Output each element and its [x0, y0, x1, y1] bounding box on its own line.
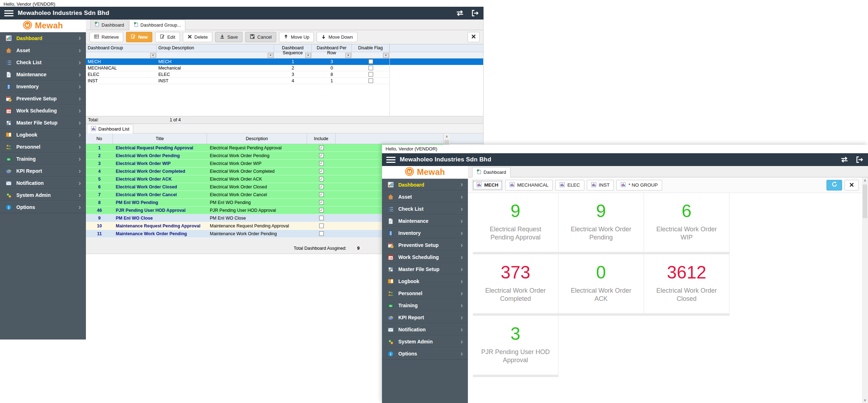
swap-user-icon[interactable] — [455, 10, 465, 17]
close-panel-button[interactable] — [468, 32, 480, 42]
sidebar-item-notification[interactable]: Notification › — [382, 324, 468, 336]
sidebar-item-training[interactable]: ID Training › — [0, 153, 86, 165]
asset-icon — [5, 48, 12, 54]
include-checkbox[interactable] — [319, 216, 324, 220]
sidebar-item-asset[interactable]: Asset › — [382, 191, 468, 203]
disable-flag-checkbox[interactable] — [369, 72, 373, 77]
move-up-button[interactable]: Move Up — [279, 32, 314, 42]
column-header-include[interactable]: Include — [307, 133, 335, 144]
group-button-inst[interactable]: INST — [587, 180, 614, 191]
tab-dashboard[interactable]: Dashboard — [90, 20, 129, 30]
include-checkbox[interactable]: ✓ — [319, 169, 324, 173]
cancel-button[interactable]: Cancel — [245, 32, 276, 42]
chevron-right-icon: › — [460, 314, 463, 322]
dashboard-scrollbar[interactable]: ∧ ∨ — [862, 177, 868, 403]
sidebar-item-dashboard[interactable]: Dashboard › — [382, 179, 468, 191]
group-row-elec[interactable]: ELEC ELEC 3 8 — [86, 71, 389, 78]
sidebar-item-master-file-setup[interactable]: Master File Setup › — [382, 263, 468, 275]
group-button-mech[interactable]: MECH — [472, 180, 503, 191]
sidebar-item-options[interactable]: i Options › — [0, 201, 86, 213]
sidebar-item-kpi-report[interactable]: KPI Report › — [382, 311, 468, 324]
include-checkbox[interactable]: ✓ — [319, 184, 324, 189]
filter-dropdown-icon[interactable]: ▼ — [383, 53, 389, 58]
column-header-spacer — [335, 133, 444, 144]
column-header-description[interactable]: Description — [207, 133, 307, 144]
scroll-up-icon[interactable]: ∧ — [862, 177, 868, 183]
group-button-elec[interactable]: ELEC — [555, 180, 584, 191]
save-button[interactable]: Save — [215, 32, 242, 42]
group-button-mechanical[interactable]: MECHANICAL — [505, 180, 553, 191]
group-button-no-group[interactable]: * NO GROUP — [616, 180, 662, 191]
sidebar-item-options[interactable]: i Options › — [382, 348, 468, 360]
column-header-dashboard-per-row[interactable]: Dashboard Per Row — [312, 44, 352, 52]
sidebar-item-training[interactable]: ID Training › — [382, 299, 468, 311]
sidebar-item-dashboard[interactable]: Dashboard › — [0, 32, 86, 44]
column-header-dashboard-sequence[interactable]: Dashboard Sequence — [274, 44, 312, 52]
filter-dropdown-icon[interactable]: ▼ — [345, 53, 351, 58]
sidebar-item-check-list[interactable]: Check List › — [382, 203, 468, 215]
close-dashboard-button[interactable] — [845, 180, 859, 191]
filter-dropdown-icon[interactable]: ▼ — [268, 53, 273, 58]
menu-icon[interactable] — [386, 155, 395, 164]
sidebar-item-personnel[interactable]: Personnel › — [382, 287, 468, 299]
refresh-button[interactable] — [826, 180, 842, 191]
tab-dashboard-list[interactable]: Dashboard List — [87, 124, 133, 133]
sidebar-item-logbook[interactable]: Logbook › — [382, 275, 468, 287]
sidebar-item-notification[interactable]: Notification › — [0, 177, 86, 189]
new-button[interactable]: New — [126, 32, 152, 42]
sidebar-item-inventory[interactable]: Inventory › — [382, 227, 468, 239]
logout-icon[interactable] — [856, 156, 864, 163]
swap-user-icon[interactable] — [840, 156, 849, 163]
scroll-up-icon[interactable]: ∧ — [444, 133, 450, 139]
sidebar-item-inventory[interactable]: Inventory › — [0, 81, 86, 93]
include-checkbox[interactable]: ✓ — [319, 177, 324, 181]
group-row-mechanical[interactable]: MECHANICAL Mechanical 2 0 — [86, 65, 389, 71]
sidebar-item-preventive-setup[interactable]: Preventive Setup › — [0, 93, 86, 105]
sidebar-item-system-admin[interactable]: System Admin › — [0, 189, 86, 201]
retrieve-button[interactable]: Retrieve — [89, 32, 123, 42]
include-checkbox[interactable] — [319, 231, 324, 236]
logout-icon[interactable] — [471, 10, 479, 17]
column-header-no[interactable]: No — [86, 133, 113, 144]
sidebar-item-personnel[interactable]: Personnel › — [0, 141, 86, 153]
sidebar-item-maintenance[interactable]: Maintenance › — [382, 215, 468, 227]
group-row-inst[interactable]: INST INST 4 1 — [86, 78, 389, 84]
delete-button[interactable]: Delete — [183, 32, 213, 42]
group-row-mech[interactable]: MECH MECH 1 3 — [86, 59, 483, 65]
include-checkbox[interactable] — [319, 223, 324, 228]
sidebar-item-work-scheduling[interactable]: 15 Work Scheduling › — [0, 105, 86, 117]
disable-flag-checkbox[interactable] — [369, 59, 373, 64]
include-checkbox[interactable]: ✓ — [319, 208, 324, 212]
column-header-disable-flag[interactable]: Disable Flag — [352, 44, 389, 52]
tab-dashboard[interactable]: Dashboard — [472, 167, 511, 177]
include-checkbox[interactable]: ✓ — [319, 153, 324, 158]
sidebar-item-asset[interactable]: Asset › — [0, 44, 86, 56]
include-checkbox[interactable]: ✓ — [319, 161, 324, 166]
disable-flag-checkbox[interactable] — [369, 78, 373, 83]
sidebar-item-work-scheduling[interactable]: 15 Work Scheduling › — [382, 251, 468, 263]
move-down-button[interactable]: Move Down — [317, 32, 357, 42]
sidebar-item-kpi-report[interactable]: KPI Report › — [0, 165, 86, 177]
disable-flag-checkbox[interactable] — [369, 66, 373, 70]
scrollbar-thumb[interactable] — [863, 184, 867, 218]
new-icon — [131, 34, 136, 40]
include-checkbox[interactable]: ✓ — [319, 145, 324, 150]
sidebar-item-master-file-setup[interactable]: Master File Setup › — [0, 117, 86, 129]
filter-dropdown-icon[interactable]: ▼ — [150, 53, 156, 58]
sidebar-item-check-list[interactable]: Check List › — [0, 56, 86, 68]
sidebar-item-system-admin[interactable]: System Admin › — [382, 336, 468, 348]
sidebar-item-maintenance[interactable]: Maintenance › — [0, 68, 86, 81]
column-header-group-description[interactable]: Group Description — [157, 44, 274, 52]
edit-button[interactable]: Edit — [155, 32, 180, 42]
column-header-title[interactable]: Title — [113, 133, 207, 144]
menu-icon[interactable] — [4, 9, 13, 18]
sidebar-item-preventive-setup[interactable]: Preventive Setup › — [382, 239, 468, 251]
include-checkbox[interactable]: ✓ — [319, 200, 324, 205]
page-icon — [476, 169, 482, 176]
tab-dashboard-group[interactable]: Dashboard Group... — [129, 20, 185, 30]
filter-dropdown-icon[interactable]: ▼ — [305, 53, 311, 58]
include-checkbox[interactable]: ✓ — [319, 192, 324, 197]
column-header-dashboard-group[interactable]: Dashboard Group — [86, 44, 157, 52]
scroll-down-icon[interactable]: ∨ — [862, 397, 868, 403]
sidebar-item-logbook[interactable]: Logbook › — [0, 129, 86, 141]
